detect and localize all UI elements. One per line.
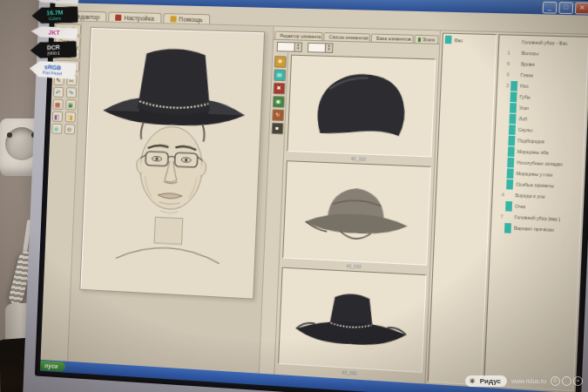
start-button[interactable]: пуск: [40, 361, 65, 372]
selection-bar: [508, 135, 515, 145]
category-panel: Фас Головной убор - Фас: [425, 30, 588, 392]
row-count: [495, 151, 508, 152]
element-spinner[interactable]: ▲▼: [277, 41, 302, 51]
minimize-button[interactable]: _: [543, 1, 558, 13]
row-count: [495, 139, 508, 140]
bezel-sticker: sRGB Flat Panel: [29, 60, 76, 79]
category-label: Скулы: [518, 127, 532, 133]
row-count: 9: [498, 71, 511, 78]
tool-icon[interactable]: ◧: [51, 112, 62, 122]
tab-element-base[interactable]: База элементов: [371, 33, 414, 43]
tab-label: Список элементов: [329, 34, 368, 40]
selection-bar: [510, 91, 517, 102]
cc-icon: ©: [551, 376, 560, 386]
row-count: [492, 205, 505, 206]
tab-sketch[interactable]: Эскиз: [415, 35, 439, 44]
composite-face-panel: [68, 22, 274, 374]
tab-label: База элементов: [376, 36, 411, 42]
row-count: [493, 183, 506, 184]
category-label: Нос: [520, 83, 529, 89]
tab-label: Редактор элемента: [280, 33, 321, 39]
selection-bar: [506, 179, 513, 189]
bezel-stickers: 2Σ 16.7M Colors JKT DCR 2000:1: [29, 0, 79, 82]
category-label: Вариант причёски: [514, 226, 554, 233]
tool-icon[interactable]: ↶: [52, 87, 63, 98]
selection-bar: [512, 37, 519, 47]
category-label: Головной убор - Фас: [522, 39, 567, 46]
category-label: Головной убор (вар.): [514, 214, 560, 222]
sticker-label: 2Σ: [52, 0, 59, 1]
category-tree: Головной убор - Фас 1 Волосы: [483, 34, 588, 391]
spinner-arrows-icon[interactable]: ▲▼: [294, 43, 301, 51]
tool-icon[interactable]: ⊕: [51, 123, 62, 133]
tab-element-list[interactable]: Список элементов: [323, 32, 370, 42]
view-label: Фас: [454, 37, 463, 44]
selection-bar: [508, 146, 515, 157]
thumbnail-knit-cap[interactable]: [287, 55, 436, 158]
thumbnail-bucket-hat[interactable]: [282, 161, 431, 266]
row-count: [494, 172, 507, 173]
close-button[interactable]: ✕: [575, 2, 588, 14]
tool-icon[interactable]: ⊖: [64, 124, 75, 134]
element-tool-icon[interactable]: ✚: [274, 56, 286, 68]
maximize-button[interactable]: □: [558, 2, 573, 14]
watermark-url: www.ridus.ru: [511, 378, 546, 384]
outlet-hole: [7, 132, 12, 138]
row-count: 6: [498, 61, 511, 67]
settings-icon: [115, 15, 121, 21]
element-tool-icon[interactable]: ▤: [274, 69, 286, 81]
screen: _ □ ✕ Редактор Настройка: [40, 0, 588, 392]
selection-bar: [505, 212, 512, 222]
category-label: Морщины лба: [517, 149, 549, 156]
composite-face-sketch: [80, 28, 263, 293]
tool-icon[interactable]: ◨: [64, 112, 75, 122]
category-label: Особые приметы: [516, 181, 554, 188]
cowboy-hat-image: [287, 272, 416, 368]
selection-bar: [510, 103, 517, 113]
spinner-arrows-icon[interactable]: ▲▼: [325, 44, 333, 51]
element-tool-icon[interactable]: ■: [271, 123, 283, 135]
element-tool-icon[interactable]: ▣: [272, 96, 284, 108]
row-count: 4: [493, 192, 506, 198]
element-body: ✚ ▤ ✖ ▣ ↻ ■: [260, 52, 439, 384]
element-thumbnails: 40_320: [274, 53, 438, 384]
element-tool-icon[interactable]: ✖: [273, 83, 285, 95]
bezel-sticker: 16.7M Colors: [31, 6, 78, 24]
selection-bar: [505, 200, 512, 211]
sketch-icon: [418, 37, 421, 42]
row-count: [497, 118, 510, 118]
bezel-sticker: DCR 2000:1: [30, 41, 77, 58]
knit-cap-image: [296, 59, 426, 152]
tab-element-editor[interactable]: Редактор элемента: [274, 31, 322, 41]
row-count: 1: [499, 50, 512, 56]
sticker-label: JKT: [48, 29, 60, 36]
composite-face-canvas[interactable]: [79, 27, 265, 300]
selection-bar: [507, 157, 514, 167]
tab-settings[interactable]: Настройка: [108, 11, 161, 23]
tab-help[interactable]: Помощь: [163, 13, 210, 24]
selection-swatch: [445, 36, 452, 44]
row-count: 7: [491, 213, 504, 220]
main-area: Новый Открыть Сохранить Печать ✎ ✂ ↶: [41, 21, 588, 392]
element-tool-icon[interactable]: ↻: [272, 109, 284, 121]
sticker-sub: Flat Panel: [33, 69, 71, 77]
tool-icon[interactable]: ▦: [52, 99, 63, 110]
tool-icon[interactable]: ▣: [65, 99, 76, 110]
selection-bar: [511, 70, 518, 80]
sticker-sub: 2000:1: [35, 50, 72, 56]
tab-label: Помощь: [179, 17, 203, 24]
tool-icon[interactable]: ↷: [65, 87, 76, 98]
category-label: Волосы: [522, 51, 539, 57]
row-count: [494, 161, 507, 162]
category-label: Подбородок: [517, 138, 544, 144]
license-icons: © ‍ =: [551, 376, 583, 386]
watermark: ✳ Ридус www.ridus.ru © ‍ =: [465, 375, 583, 387]
thumbnail-cowboy-hat[interactable]: [278, 267, 427, 373]
category-label: Брови: [521, 61, 535, 67]
category-label: Носогубные складки: [517, 159, 562, 166]
view-list-item[interactable]: Фас: [443, 34, 496, 47]
row-count: [496, 129, 509, 130]
row-count: [491, 227, 504, 228]
element-spinner-2[interactable]: ▲▼: [308, 42, 334, 52]
toolbar-icon-grid: ✎ ✂ ↶ ↷ ▦ ▣ ◧: [51, 75, 78, 135]
